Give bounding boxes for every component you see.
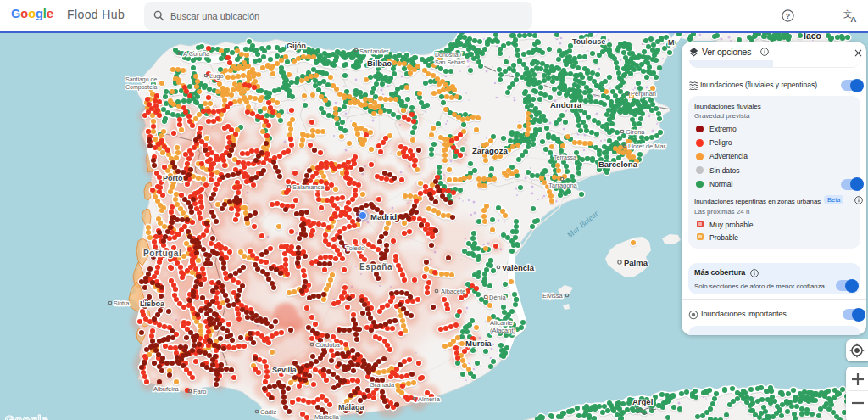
- svg-text:Toledo: Toledo: [346, 244, 364, 252]
- svg-text:Eivissa: Eivissa: [542, 292, 564, 300]
- svg-text:Lloret de Mar: Lloret de Mar: [628, 143, 666, 150]
- svg-text:Córdoba: Córdoba: [315, 341, 341, 349]
- svg-text:M: M: [668, 38, 675, 47]
- svg-text:Andorra: Andorra: [550, 100, 582, 109]
- svg-text:Terrassa: Terrassa: [554, 154, 576, 160]
- svg-text:Albufeira: Albufeira: [153, 385, 179, 393]
- svg-text:Madrid: Madrid: [370, 212, 397, 221]
- svg-text:A: A: [850, 14, 856, 23]
- svg-text:Compostela: Compostela: [125, 84, 157, 91]
- svg-text:Granada: Granada: [370, 381, 395, 389]
- svg-text:España: España: [359, 262, 392, 272]
- svg-text:Lugo: Lugo: [209, 72, 224, 80]
- svg-text:Málaga: Málaga: [338, 403, 365, 412]
- svg-text:Toulouse: Toulouse: [572, 37, 605, 46]
- svg-text:Cádiz: Cádiz: [260, 408, 276, 416]
- svg-text:Salamanca: Salamanca: [292, 183, 325, 191]
- svg-text:Barcelona: Barcelona: [598, 160, 638, 169]
- svg-text:Tarragona: Tarragona: [548, 182, 578, 189]
- svg-text:Argel: Argel: [632, 397, 653, 406]
- svg-text:Zaragoza: Zaragoza: [472, 146, 508, 155]
- svg-text:Murcia: Murcia: [465, 339, 492, 348]
- svg-text:Donostia /: Donostia /: [435, 52, 462, 58]
- svg-text:A Coruña: A Coruña: [183, 50, 210, 58]
- svg-text:Marbella: Marbella: [314, 413, 340, 420]
- svg-text:Portugal: Portugal: [143, 249, 181, 258]
- svg-text:Almería: Almería: [418, 395, 441, 403]
- svg-text:Dénia: Dénia: [489, 294, 506, 301]
- svg-text:Gijón: Gijón: [287, 42, 306, 50]
- svg-text:Porto: Porto: [163, 174, 183, 182]
- svg-text:Bilbao: Bilbao: [367, 59, 392, 68]
- svg-text:Girona: Girona: [626, 128, 645, 136]
- svg-text:Lisboa: Lisboa: [140, 300, 165, 308]
- svg-text:Sevilla: Sevilla: [272, 366, 298, 374]
- svg-text:(Alacant): (Alacant): [490, 327, 516, 334]
- svg-text:València: València: [502, 263, 535, 272]
- svg-text:?: ?: [786, 12, 790, 20]
- svg-text:Santiago de: Santiago de: [125, 76, 157, 83]
- svg-text:Faro: Faro: [193, 388, 206, 395]
- svg-text:Santander: Santander: [359, 48, 389, 55]
- svg-text:Perpiñán: Perpiñán: [631, 90, 656, 98]
- svg-text:Palma: Palma: [624, 258, 648, 267]
- svg-text:Alicante: Alicante: [490, 319, 513, 327]
- svg-text:San Sebast.: San Sebast.: [435, 59, 467, 65]
- svg-text:Albacete: Albacete: [441, 288, 465, 295]
- svg-text:Sintra: Sintra: [114, 300, 129, 306]
